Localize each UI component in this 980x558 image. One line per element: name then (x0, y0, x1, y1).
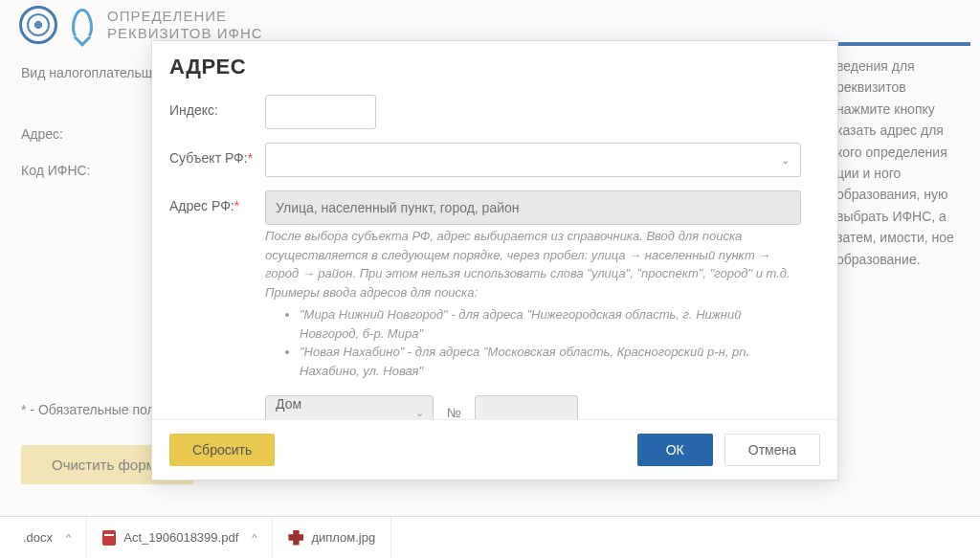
pdf-icon (102, 530, 116, 546)
house-number-input[interactable] (475, 395, 578, 419)
chevron-up-icon: ^ (66, 532, 71, 544)
download-item-pdf[interactable]: Act_1906018399.pdf^ (87, 517, 273, 558)
download-item-jpg[interactable]: диплом.jpg (273, 517, 391, 558)
address-hint: После выбора субъекта РФ, адрес выбирает… (265, 227, 801, 380)
downloads-bar: .docx^ Act_1906018399.pdf^ диплом.jpg (0, 516, 980, 558)
address-rf-label: Адрес РФ:* (169, 190, 265, 213)
subject-select[interactable] (265, 143, 801, 177)
modal-footer: Сбросить ОК Отмена (152, 419, 837, 480)
ok-button[interactable]: ОК (637, 434, 713, 466)
subject-label: Субъект РФ:* (169, 143, 265, 166)
house-type-select[interactable]: Дом (265, 395, 434, 419)
reset-button[interactable]: Сбросить (169, 434, 275, 466)
puzzle-icon (288, 530, 303, 546)
house-number-label: № (447, 405, 461, 419)
chevron-up-icon: ^ (252, 532, 256, 544)
cancel-button[interactable]: Отмена (724, 434, 820, 466)
modal-body: Индекс: Субъект РФ:* ⌄ Адрес РФ:* После … (152, 89, 837, 419)
download-item-docx[interactable]: .docx^ (8, 517, 87, 558)
address-rf-input[interactable] (265, 190, 801, 225)
modal-title: АДРЕС (152, 41, 837, 89)
address-modal: АДРЕС Индекс: Субъект РФ:* ⌄ Адрес РФ:* … (151, 40, 838, 480)
index-label: Индекс: (169, 95, 265, 118)
index-input[interactable] (265, 95, 376, 129)
